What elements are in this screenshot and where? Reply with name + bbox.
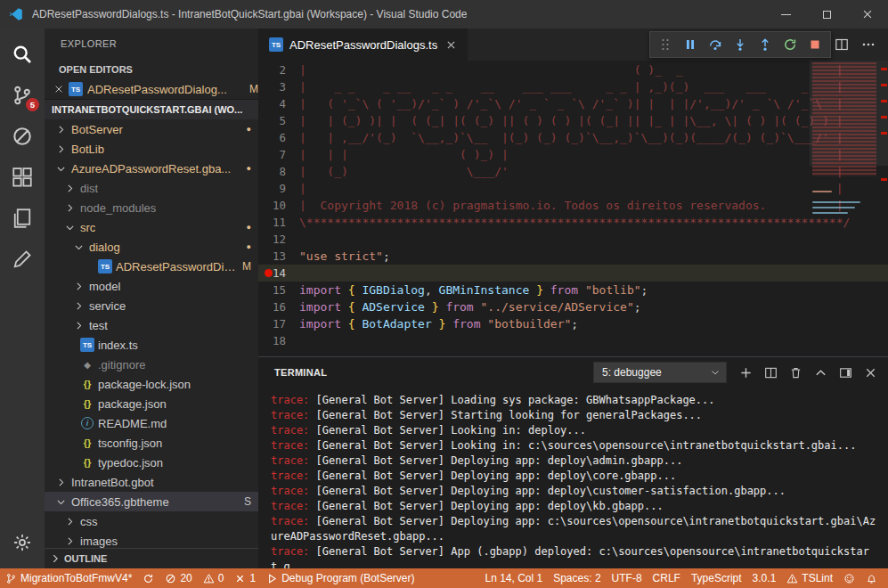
folder-css[interactable]: css bbox=[45, 511, 258, 531]
status-debug-target[interactable]: Debug Program (BotServer) bbox=[261, 568, 420, 588]
chevron-right-icon bbox=[62, 534, 77, 548]
code-line-14[interactable]: 14 bbox=[258, 265, 888, 282]
status-indentation[interactable]: Spaces: 2 bbox=[548, 568, 606, 588]
code-line-7[interactable]: 7| | | ( )_) | | bbox=[258, 146, 888, 163]
edit-icon[interactable] bbox=[0, 239, 45, 280]
extensions-icon[interactable] bbox=[0, 157, 45, 198]
code-line-15[interactable]: 15import { IGBDialog, GBMinInstance } fr… bbox=[258, 282, 888, 298]
status-counter[interactable]: 1 bbox=[229, 568, 261, 588]
terminal-line-text: [General Bot Server] Looking in: deploy.… bbox=[316, 424, 586, 437]
status-sync[interactable] bbox=[137, 568, 159, 588]
documents-icon[interactable] bbox=[0, 198, 45, 239]
folder-botlib[interactable]: BotLib bbox=[45, 139, 258, 159]
pause-icon[interactable] bbox=[678, 33, 703, 56]
code-line-13[interactable]: 13"use strict"; bbox=[258, 248, 888, 265]
git-status-badge: S bbox=[244, 495, 251, 508]
workspace-header[interactable]: INTRANETBOTQUICKSTART.GBAI (WO... bbox=[45, 99, 258, 119]
status-errors[interactable]: 20 bbox=[159, 568, 197, 588]
terminal-line: trace: [General Bot Server] Looking in: … bbox=[271, 423, 877, 438]
status-warnings[interactable]: 0 bbox=[198, 568, 230, 588]
debug-icon[interactable] bbox=[0, 116, 45, 157]
code-line-3[interactable]: 3| _ _ _ __ _ _ __ ___ ___ _ _ | ,_)(_) … bbox=[258, 78, 888, 95]
restart-icon[interactable] bbox=[778, 33, 802, 56]
toggle-panel-icon[interactable] bbox=[839, 366, 852, 380]
folder-botserver[interactable]: BotServer● bbox=[45, 119, 258, 139]
stop-icon[interactable] bbox=[802, 33, 827, 56]
code-line-5[interactable]: 5| | (_) )| | ( (_| |( (_) || ( ) ( ) |(… bbox=[258, 112, 888, 129]
modified-dot: ● bbox=[247, 242, 251, 251]
close-icon[interactable] bbox=[53, 84, 64, 94]
kill-terminal-icon[interactable] bbox=[789, 366, 802, 380]
code-editor[interactable]: 2| ( )_ _ |3| _ _ _ __ _ _ __ ___ ___ _ … bbox=[258, 61, 888, 356]
terminal-selector[interactable]: 5: debuggee bbox=[593, 362, 727, 383]
file-package-lock-json[interactable]: {}package-lock.json bbox=[45, 374, 258, 394]
search-icon[interactable] bbox=[0, 34, 45, 75]
open-editor-item[interactable]: TSADResetPasswordDialog...M bbox=[45, 79, 258, 99]
settings-gear-icon[interactable] bbox=[0, 522, 45, 563]
tab-close-icon[interactable] bbox=[445, 39, 457, 51]
file-readme-md[interactable]: iREADME.md bbox=[45, 413, 258, 433]
folder-intranetbot-gbot[interactable]: IntranetBot.gbot bbox=[45, 472, 258, 492]
split-editor-icon[interactable] bbox=[835, 37, 849, 52]
new-terminal-icon[interactable] bbox=[739, 366, 753, 380]
code-line-17[interactable]: 17import { BotAdapter } from "botbuilder… bbox=[258, 315, 888, 332]
code-line-4[interactable]: 4| ( '_`\ ( '__)/'_` ) /'_`\ /' _ ` _ `\… bbox=[258, 95, 888, 112]
status-version[interactable]: 3.0.1 bbox=[747, 568, 782, 588]
status-tslint[interactable]: TSLint bbox=[781, 568, 838, 588]
status-cursor-position[interactable]: Ln 14, Col 1 bbox=[479, 568, 548, 588]
more-icon[interactable] bbox=[861, 37, 876, 52]
tab-label: ADResetPasswordDialogs.ts bbox=[289, 38, 437, 52]
folder-azureadpasswordreset-gba[interactable]: AzureADPasswordReset.gba...● bbox=[45, 159, 258, 178]
maximize-button[interactable] bbox=[806, 0, 847, 29]
code-line-2[interactable]: 2| ( )_ _ | bbox=[258, 61, 888, 78]
code-line-8[interactable]: 8| (_) \___/' | bbox=[258, 163, 888, 180]
status-language[interactable]: TypeScript bbox=[686, 568, 747, 588]
file-gitignore[interactable]: ◆.gitignore bbox=[45, 355, 258, 374]
folder-dialog[interactable]: dialog● bbox=[45, 237, 258, 257]
step-out-icon[interactable] bbox=[753, 33, 778, 56]
minimize-button[interactable] bbox=[765, 0, 806, 29]
file-index-ts[interactable]: TSindex.ts bbox=[45, 335, 258, 355]
folder-test[interactable]: test bbox=[45, 315, 258, 335]
folder-dist[interactable]: dist bbox=[45, 178, 258, 198]
file-adresetpassworddial[interactable]: TSADResetPasswordDial...M bbox=[45, 257, 258, 276]
file-package-json[interactable]: {}package.json bbox=[45, 394, 258, 413]
maximize-panel-icon[interactable] bbox=[814, 366, 827, 380]
code-line-16[interactable]: 16import { ADService } from "../service/… bbox=[258, 298, 888, 315]
source-control-icon[interactable]: 5 bbox=[0, 75, 45, 116]
status-notifications[interactable] bbox=[860, 568, 883, 588]
code-line-10[interactable]: 10| Copyright 2018 (c) pragmatismo.io. T… bbox=[258, 197, 888, 214]
status-encoding[interactable]: UTF-8 bbox=[607, 568, 648, 588]
tab-terminal[interactable]: TERMINAL bbox=[274, 367, 327, 378]
status-feedback[interactable] bbox=[838, 568, 860, 588]
file-tsconfig-json[interactable]: {}tsconfig.json bbox=[45, 433, 258, 453]
outline-header[interactable]: OUTLINE bbox=[45, 548, 258, 568]
folder-node-modules[interactable]: node_modules bbox=[45, 198, 258, 217]
status-eol[interactable]: CRLF bbox=[648, 568, 686, 588]
folder-images[interactable]: images bbox=[45, 531, 258, 548]
step-into-icon[interactable] bbox=[728, 33, 753, 56]
file-typedoc-json[interactable]: {}typedoc.json bbox=[45, 453, 258, 472]
folder-office365-gbtheme[interactable]: Office365.gbthemeS bbox=[45, 492, 258, 511]
code-line-12[interactable]: 12 bbox=[258, 231, 888, 248]
tab-adresetpassworddialogs[interactable]: TS ADResetPasswordDialogs.ts bbox=[258, 29, 468, 61]
minimap[interactable] bbox=[810, 61, 879, 356]
folder-model[interactable]: model bbox=[45, 276, 258, 296]
close-button[interactable] bbox=[847, 0, 888, 29]
folder-src[interactable]: src● bbox=[45, 217, 258, 237]
open-editors-header[interactable]: OPEN EDITORS bbox=[45, 59, 258, 79]
status-git-branch[interactable]: MigrationToBotFmwV4* bbox=[0, 568, 137, 588]
terminal-line: trace: [General Bot Server] Deploying ap… bbox=[271, 514, 877, 544]
code-line-6[interactable]: 6| | ,__/'(_) `\__,_)`\__ |(_) (_) (_)`\… bbox=[258, 129, 888, 146]
tree-item-label: IntranetBot.gbot bbox=[71, 476, 154, 489]
split-terminal-icon[interactable] bbox=[764, 366, 778, 380]
close-panel-icon[interactable] bbox=[864, 366, 877, 380]
step-over-icon[interactable] bbox=[703, 33, 728, 56]
breakpoint-icon[interactable] bbox=[265, 269, 273, 277]
code-line-11[interactable]: 11\*************************************… bbox=[258, 214, 888, 231]
code-line-9[interactable]: 9| | bbox=[258, 180, 888, 197]
folder-service[interactable]: service bbox=[45, 296, 258, 315]
terminal-output[interactable]: trace: [General Bot Server] Loading sys … bbox=[258, 388, 888, 568]
code-line-18[interactable]: 18 bbox=[258, 332, 888, 349]
line-number: 11 bbox=[258, 214, 299, 231]
